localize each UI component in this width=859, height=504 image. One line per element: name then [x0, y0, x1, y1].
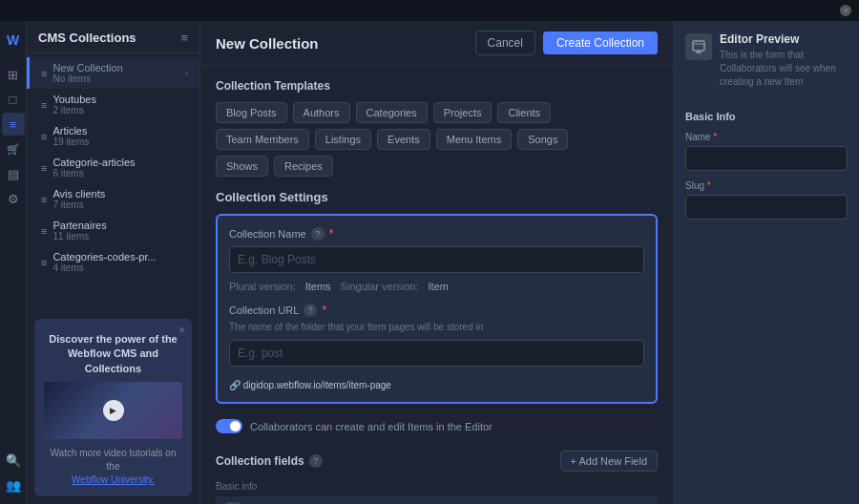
- collection-icon: ≡: [41, 99, 47, 111]
- play-button[interactable]: ▶: [103, 400, 124, 421]
- cms-item-name: Categories-codes-pr...: [52, 251, 188, 262]
- users-icon[interactable]: 👥: [2, 473, 25, 496]
- cms-header-icon[interactable]: ≡: [180, 31, 188, 45]
- pages-icon[interactable]: □: [2, 88, 25, 111]
- media-icon[interactable]: ▤: [2, 162, 25, 185]
- url-preview: 🔗 digidop.webflow.io/items/item-page: [229, 380, 644, 390]
- name-field-row: T Name Plain text: [216, 496, 658, 504]
- templates-row-1: Blog Posts Authors Categories Projects C…: [216, 102, 658, 123]
- cms-item-count: 6 items: [52, 168, 188, 178]
- cms-item-content: Youtubes 2 items: [52, 94, 188, 116]
- cms-item-count: 4 items: [52, 262, 188, 273]
- template-team-members[interactable]: Team Members: [216, 129, 309, 150]
- promo-title: Discover the power of the Webflow CMS an…: [44, 332, 182, 376]
- grid-icon[interactable]: ⊞: [2, 63, 25, 86]
- collection-fields-title-row: Collection fields ?: [216, 454, 323, 468]
- collection-icon: ≡: [41, 131, 47, 142]
- collection-fields-title: Collection fields: [216, 454, 304, 468]
- promo-thumbnail[interactable]: ▶: [44, 382, 182, 439]
- template-menu-items[interactable]: Menu Items: [436, 129, 512, 150]
- webflow-logo-icon: W: [2, 29, 25, 52]
- collection-name-label-row: Collection Name ? *: [229, 227, 644, 241]
- cancel-button[interactable]: Cancel: [475, 31, 535, 55]
- cms-item-content: Articles 19 items: [52, 125, 188, 147]
- editor-toggle-switch[interactable]: [216, 419, 242, 433]
- template-events[interactable]: Events: [377, 129, 430, 150]
- right-panel-title: Editor Preview: [720, 32, 848, 46]
- cms-item-name: Partenaires: [52, 220, 188, 231]
- template-songs[interactable]: Songs: [517, 129, 568, 150]
- preview-name-required: *: [713, 132, 717, 142]
- toggle-knob: [230, 421, 241, 431]
- collection-name-help-icon[interactable]: ?: [311, 227, 325, 241]
- collection-icon: ≡: [41, 162, 47, 174]
- collection-name-label: Collection Name: [229, 228, 306, 240]
- collection-url-input[interactable]: [229, 340, 644, 367]
- cms-collection-item-partenaires[interactable]: ≡ Partenaires 11 items: [27, 215, 199, 246]
- cms-header: CMS Collections ≡: [27, 21, 199, 53]
- right-panel-body: Basic Info Name * Slug *: [674, 99, 859, 504]
- template-shows[interactable]: Shows: [216, 156, 268, 177]
- webflow-university-link[interactable]: Webflow University.: [72, 474, 155, 485]
- title-bar-controls: ✕: [840, 5, 851, 16]
- cms-icon[interactable]: ≡: [2, 113, 25, 136]
- templates-row-2: Team Members Listings Events Menu Items …: [216, 129, 658, 150]
- right-panel-subtitle: This is the form that Collaborators will…: [720, 49, 848, 89]
- collection-settings-section: Collection Settings Collection Name ? * …: [216, 190, 658, 504]
- preview-basic-info-title: Basic Info: [685, 111, 848, 122]
- add-new-field-button[interactable]: + Add New Field: [560, 451, 658, 472]
- url-preview-suffix: item-page: [348, 380, 390, 390]
- preview-name-input: [685, 146, 848, 171]
- ecom-icon[interactable]: 🛒: [2, 137, 25, 160]
- collection-url-label-row: Collection URL ? *: [229, 304, 644, 317]
- collection-fields-header: Collection fields ? + Add New Field: [216, 451, 658, 472]
- main-scroll-area: Collection Templates Blog Posts Authors …: [200, 66, 673, 504]
- cms-collection-item-avis[interactable]: ≡ Avis clients 7 items: [27, 183, 199, 215]
- collection-fields-help-icon[interactable]: ?: [309, 454, 323, 468]
- cms-collection-item-categories-codes[interactable]: ≡ Categories-codes-pr... 4 items: [27, 246, 199, 278]
- template-projects[interactable]: Projects: [433, 102, 492, 123]
- right-panel-header-text: Editor Preview This is the form that Col…: [720, 32, 848, 89]
- close-button[interactable]: ✕: [840, 5, 851, 16]
- collection-icon: ≡: [41, 257, 47, 268]
- main-layout: W ⊞ □ ≡ 🛒 ▤ ⚙ 🔍 👥 CMS Collections ≡ ≡ Ne…: [0, 21, 859, 504]
- main-header: New Collection Cancel Create Collection: [200, 21, 673, 66]
- singular-value: Item: [429, 281, 449, 292]
- promo-box: × Discover the power of the Webflow CMS …: [34, 319, 192, 496]
- settings-icon[interactable]: ⚙: [2, 187, 25, 210]
- preview-slug-label: Slug *: [685, 180, 848, 191]
- collection-name-box: Collection Name ? * Plural version: Item…: [216, 214, 658, 404]
- template-clients[interactable]: Clients: [497, 102, 551, 123]
- cms-item-count: 11 items: [52, 231, 188, 242]
- cms-collection-item-youtubes[interactable]: ≡ Youtubes 2 items: [27, 89, 199, 120]
- settings-section-title: Collection Settings: [216, 190, 658, 204]
- plural-label: Plural version:: [229, 281, 296, 292]
- template-authors[interactable]: Authors: [293, 102, 350, 123]
- chevron-right-icon: ›: [185, 68, 188, 78]
- templates-section-title: Collection Templates: [216, 79, 658, 93]
- icon-sidebar-top: W ⊞ □ ≡ 🛒 ▤ ⚙: [2, 29, 25, 445]
- template-categories[interactable]: Categories: [356, 102, 428, 123]
- template-listings[interactable]: Listings: [315, 129, 371, 150]
- collection-name-input[interactable]: [229, 246, 644, 273]
- editor-toggle-description: Collaborators can create and edit Items …: [250, 421, 492, 432]
- right-panel-header: Editor Preview This is the form that Col…: [674, 21, 859, 99]
- cms-collection-item-new[interactable]: ≡ New Collection No items ›: [27, 57, 199, 89]
- header-buttons: Cancel Create Collection: [475, 31, 658, 55]
- plural-value: Items: [305, 281, 331, 292]
- cms-collection-item-categorie-articles[interactable]: ≡ Categorie-articles 6 items: [27, 152, 199, 183]
- cms-collection-item-articles[interactable]: ≡ Articles 19 items: [27, 120, 199, 152]
- create-collection-button[interactable]: Create Collection: [543, 32, 658, 54]
- preview-slug-required: *: [707, 180, 711, 191]
- cms-item-content: New Collection No items: [52, 62, 184, 84]
- singular-label: Singular version:: [341, 281, 419, 292]
- cms-item-content: Categorie-articles 6 items: [52, 157, 188, 178]
- collection-url-help-icon[interactable]: ?: [304, 304, 317, 317]
- svg-rect-0: [693, 41, 704, 51]
- cms-title: CMS Collections: [38, 31, 136, 45]
- collection-icon: ≡: [41, 225, 47, 237]
- template-blog-posts[interactable]: Blog Posts: [216, 102, 287, 123]
- promo-close-button[interactable]: ×: [178, 324, 185, 337]
- search-icon[interactable]: 🔍: [2, 449, 25, 472]
- template-recipes[interactable]: Recipes: [274, 156, 333, 177]
